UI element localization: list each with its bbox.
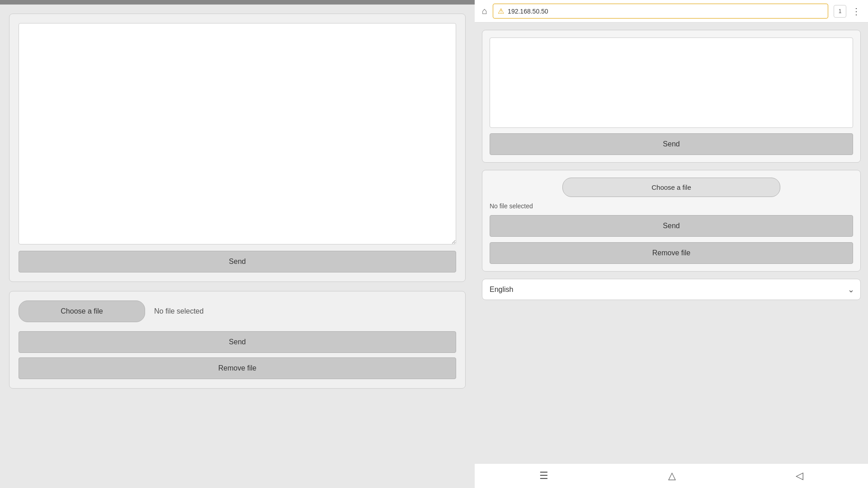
browser-bar bbox=[0, 0, 475, 5]
mobile-remove-file-button[interactable]: Remove file bbox=[490, 242, 853, 264]
file-card-left: Choose a file No file selected Send Remo… bbox=[9, 291, 466, 389]
tab-count-icon[interactable]: 1 bbox=[834, 5, 846, 18]
message-textarea[interactable] bbox=[19, 23, 456, 244]
nav-back-icon[interactable]: ◁ bbox=[796, 470, 803, 482]
mobile-text-card: Send bbox=[482, 30, 861, 163]
send-button-left[interactable]: Send bbox=[19, 251, 456, 272]
mobile-choose-file-button[interactable]: Choose a file bbox=[562, 178, 780, 197]
choose-file-button-left[interactable]: Choose a file bbox=[19, 300, 145, 322]
address-bar[interactable]: ⚠ 192.168.50.50 bbox=[493, 4, 828, 19]
mobile-file-card: Choose a file No file selected Send Remo… bbox=[482, 170, 861, 272]
language-select-wrapper: English Spanish French German Chinese ⌄ bbox=[482, 279, 861, 300]
home-icon[interactable]: ⌂ bbox=[482, 6, 487, 16]
left-content: Send Choose a file No file selected Send… bbox=[0, 5, 475, 488]
language-select[interactable]: English Spanish French German Chinese bbox=[482, 279, 861, 300]
more-menu-icon[interactable]: ⋮ bbox=[852, 6, 861, 17]
mobile-content: Send Choose a file No file selected Send… bbox=[475, 23, 868, 463]
right-panel: ⌂ ⚠ 192.168.50.50 1 ⋮ Send Choose a file… bbox=[475, 0, 868, 488]
mobile-browser-bar: ⌂ ⚠ 192.168.50.50 1 ⋮ bbox=[475, 0, 868, 23]
send-file-button-left[interactable]: Send bbox=[19, 331, 456, 353]
address-text: 192.168.50.50 bbox=[508, 8, 548, 15]
mobile-no-file-label: No file selected bbox=[490, 202, 853, 210]
mobile-bottom-bar: ☰ △ ◁ bbox=[475, 463, 868, 488]
mobile-send-file-button[interactable]: Send bbox=[490, 215, 853, 237]
mobile-message-textarea[interactable] bbox=[490, 38, 853, 128]
left-panel: Send Choose a file No file selected Send… bbox=[0, 0, 475, 488]
remove-file-button-left[interactable]: Remove file bbox=[19, 357, 456, 379]
mobile-send-button[interactable]: Send bbox=[490, 133, 853, 155]
nav-home-icon[interactable]: △ bbox=[668, 470, 676, 482]
file-row: Choose a file No file selected bbox=[19, 300, 456, 322]
warning-icon: ⚠ bbox=[498, 7, 504, 15]
nav-menu-icon[interactable]: ☰ bbox=[539, 470, 548, 482]
no-file-label-left: No file selected bbox=[154, 307, 203, 315]
text-card: Send bbox=[9, 14, 466, 282]
